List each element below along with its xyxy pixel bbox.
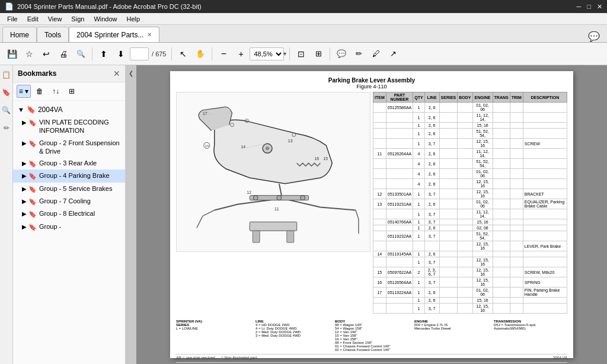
info-line: LINE 4 = HD DODGE 2WD 4 = Lt. Duty DODGE… — [255, 320, 329, 352]
table-row: 12, 615, 16 — [373, 123, 567, 129]
document-page-title: Parking Brake Lever Assembly — [176, 77, 567, 84]
bookmark-item-vin[interactable]: ▶ 🔖 VIN PLATE DECODING INFORMATION — [13, 116, 125, 137]
menu-window[interactable]: Window — [89, 13, 122, 24]
maximize-btn[interactable]: □ — [587, 3, 591, 11]
info-body: BODY 08 = Wagon 140" 54 = Wagon 158" 12 … — [335, 320, 408, 352]
sidebar-toolbar: ≡ ▾ 🗑 ↑↓ ⊞ — [13, 82, 125, 101]
print-icon: 🖨 — [59, 49, 68, 59]
sidebar-new-bookmark-btn[interactable]: ≡ ▾ — [17, 85, 31, 98]
col-trim: TRIM — [510, 92, 523, 103]
tab-tools[interactable]: Tools — [37, 27, 69, 42]
col-part: PARTNUMBER — [386, 92, 413, 103]
table-row: 12, 611, 12, 14, — [373, 113, 567, 123]
info-transmission: TRANSMISSION D5J = Transmission-5-spd. A… — [494, 320, 567, 352]
document-area[interactable]: Parking Brake Lever Assembly Figure 4-11… — [136, 65, 607, 364]
bookmark-item-group3[interactable]: ▶ 🔖 Group - 3 Rear Axle — [13, 157, 125, 170]
col-body: BODY — [458, 92, 472, 103]
pointer-tool-button[interactable]: ↖ — [175, 46, 191, 62]
pen-button[interactable]: ✏ — [350, 46, 367, 62]
table-row: 12, 651, 52, 54, — [373, 129, 567, 139]
bookmark-item-group2[interactable]: ▶ 🔖 Group - 2 Front Suspension & Drive — [13, 137, 125, 158]
menu-edit[interactable]: Edit — [23, 13, 43, 24]
sidebar-delete-btn[interactable]: 🗑 — [33, 85, 47, 98]
zoom-select[interactable]: 48,5% — [250, 47, 284, 60]
bookmark-root[interactable]: ▼ 🔖 2004VA — [13, 103, 125, 116]
panel-icon-bookmarks[interactable]: 🔖 — [1, 87, 12, 98]
pen-icon: ✏ — [356, 49, 362, 58]
zoom-plus-button[interactable]: + — [232, 46, 249, 62]
sidebar-close-button[interactable]: ✕ — [113, 69, 120, 78]
expand-icon-last: ▶ — [20, 223, 28, 231]
bookmark-icon-group8: 🔖 — [28, 210, 37, 218]
save-button[interactable]: 💾 — [4, 46, 20, 62]
zoom-dropdown-icon: ▾ — [283, 50, 286, 57]
sidebar-move-btn[interactable]: ↑↓ — [49, 85, 63, 98]
svg-rect-17 — [250, 222, 296, 231]
collapse-panel-btn[interactable]: ❮ — [129, 70, 133, 76]
bookmark-item-group-last[interactable]: ▶ 🔖 Group - — [13, 221, 125, 233]
table-row: 1305119231AA12, 601, 02, 06EQUALIZER, Pa… — [373, 199, 567, 209]
star-icon: ☆ — [25, 49, 33, 59]
zoom-minus-button[interactable]: − — [215, 46, 232, 62]
table-row: 42, 601, 02, 06 — [373, 169, 567, 179]
table-row: 42, 651, 52, 54, — [373, 159, 567, 169]
page-number-input[interactable]: 26 — [130, 47, 149, 60]
menu-file[interactable]: File — [2, 13, 23, 24]
fit-page-icon: ⊡ — [298, 49, 305, 59]
bookmark-icon-group2: 🔖 — [28, 139, 37, 148]
pan-button[interactable]: ⊞ — [310, 46, 327, 62]
tab-home-label: Home — [10, 31, 29, 39]
panel-icon-tools2[interactable]: ✏ — [1, 122, 12, 134]
app-icon: 📄 — [5, 2, 14, 11]
panel-icon-pages[interactable]: 📋 — [1, 69, 12, 81]
close-btn[interactable]: ✕ — [597, 3, 602, 11]
parts-diagram: 17 14 13 15 16 12 11 — [176, 92, 370, 252]
diagram-section: 17 14 13 15 16 12 11 — [176, 92, 370, 317]
svg-text:12: 12 — [247, 190, 251, 194]
minimize-btn[interactable]: ─ — [577, 3, 582, 11]
svg-text:15: 15 — [323, 157, 328, 161]
info-engine: ENGINE 000 = Engine-2.7L IS Mercedes Tur… — [414, 320, 488, 352]
table-row: 42, 612, 15, 16 — [373, 179, 567, 189]
sidebar-expand-btn[interactable]: ⊞ — [65, 85, 79, 98]
comment-icon: 💬 — [337, 49, 346, 58]
toolbar-separator-4 — [289, 47, 290, 60]
bookmark-item-group5[interactable]: ▶ 🔖 Group - 5 Service Brakes — [13, 183, 125, 195]
bookmark-item-group8[interactable]: ▶ 🔖 Group - 8 Electrical — [13, 207, 125, 220]
fit-page-button[interactable]: ⊡ — [293, 46, 309, 62]
comment-button[interactable]: 💬 — [333, 46, 350, 62]
stamp-button[interactable]: 🖊 — [368, 46, 384, 62]
hand-tool-button[interactable]: ✋ — [192, 46, 209, 62]
tab-close-icon[interactable]: ✕ — [147, 31, 152, 38]
root-label: 2004VA — [38, 106, 63, 114]
panel-icon-search[interactable]: 🔍 — [1, 104, 12, 116]
bookmark-label-group2: Group - 2 Front Suspension & Drive — [39, 139, 123, 156]
menu-view[interactable]: View — [43, 13, 67, 24]
table-row: 05140766AA13, 715, 16 — [373, 219, 567, 225]
menu-help[interactable]: Help — [122, 13, 145, 24]
print-button[interactable]: 🖨 — [55, 46, 72, 62]
bookmark-label-group3: Group - 3 Rear Axle — [39, 159, 123, 167]
menu-bar: File Edit View Sign Window Help — [0, 13, 607, 25]
tab-document[interactable]: 2004 Sprinter Parts... ✕ — [69, 27, 159, 42]
nav-down-button[interactable]: ⬇ — [113, 46, 129, 62]
bookmark-button[interactable]: ☆ — [21, 46, 37, 62]
tab-home[interactable]: Home — [2, 27, 37, 42]
sidebar-header: Bookmarks ✕ — [13, 65, 125, 82]
share-button[interactable]: ↗ — [385, 46, 401, 62]
menu-sign[interactable]: Sign — [66, 13, 89, 24]
nav-up-button[interactable]: ⬆ — [95, 46, 112, 62]
col-engine: ENGINE — [472, 92, 493, 103]
nav-up-icon: ⬆ — [100, 49, 107, 59]
svg-text:16: 16 — [314, 157, 319, 161]
table-row: 1105126264AA42, 611, 12, 14, — [373, 149, 567, 159]
expand-icon-group2: ▶ — [20, 139, 28, 147]
bookmark-item-group4[interactable]: ▶ 🔖 Group - 4 Parking Brake — [13, 170, 125, 182]
col-qty: QTY — [413, 92, 424, 103]
chat-bubble-icon[interactable]: 💬 — [588, 31, 600, 42]
back-button[interactable]: ↩ — [38, 46, 55, 62]
bookmark-item-group7[interactable]: ▶ 🔖 Group - 7 Cooling — [13, 195, 125, 207]
expand-icon-group8: ▶ — [20, 210, 28, 218]
zoom-out-button[interactable]: 🔍 — [72, 46, 89, 62]
table-row: 05125586AA12, 601, 02, 06 — [373, 103, 567, 113]
